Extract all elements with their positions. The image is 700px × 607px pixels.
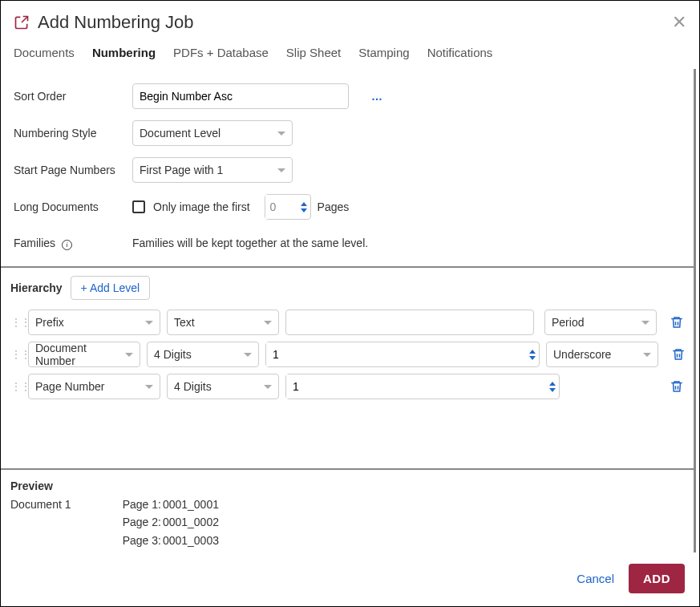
chevron-down-icon xyxy=(641,321,649,325)
hierarchy-value-input[interactable] xyxy=(285,310,534,335)
label-families: Families i xyxy=(14,237,132,250)
label-start-page-numbers: Start Page Numbers xyxy=(14,164,132,176)
tab-pdfs-database[interactable]: PDFs + Database xyxy=(173,46,269,59)
chevron-down-icon xyxy=(125,353,133,357)
hierarchy-type-value: 4 Digits xyxy=(154,348,192,361)
long-documents-pages-stepper[interactable] xyxy=(265,194,311,220)
long-documents-checkbox-label: Only image the first xyxy=(153,200,250,213)
spin-down-icon[interactable] xyxy=(549,388,556,392)
hierarchy-value-stepper[interactable] xyxy=(265,342,540,367)
hierarchy-type-select[interactable]: 4 Digits xyxy=(167,374,279,399)
add-level-button[interactable]: + Add Level xyxy=(71,276,151,300)
numbering-style-value: Document Level xyxy=(140,127,221,140)
long-documents-suffix: Pages xyxy=(318,200,350,213)
label-sort-order: Sort Order xyxy=(14,90,132,103)
trash-icon[interactable] xyxy=(671,347,686,362)
hierarchy-name-value: Page Number xyxy=(35,380,104,393)
hierarchy-type-value: Text xyxy=(174,316,195,329)
share-icon xyxy=(14,14,30,30)
preview-page-value: 0001_0001 xyxy=(163,498,219,511)
preview-page-value: 0001_0003 xyxy=(163,534,219,547)
preview-page-label: Page 1: xyxy=(116,496,161,513)
chevron-down-icon xyxy=(643,353,651,357)
sort-order-more-icon[interactable]: … xyxy=(371,90,383,103)
start-page-numbers-value: First Page with 1 xyxy=(140,164,223,176)
hierarchy-type-select[interactable]: Text xyxy=(167,310,279,335)
chevron-down-icon xyxy=(264,321,272,325)
trash-icon[interactable] xyxy=(670,379,684,394)
tab-stamping[interactable]: Stamping xyxy=(358,46,409,59)
cancel-button[interactable]: Cancel xyxy=(577,572,614,585)
long-documents-checkbox[interactable] xyxy=(132,200,145,213)
hierarchy-name-select[interactable]: Page Number xyxy=(28,374,160,399)
families-text: Families will be kept together at the sa… xyxy=(132,237,368,249)
chevron-down-icon xyxy=(264,385,272,389)
row-numbering-style: Numbering Style Document Level xyxy=(14,120,681,146)
row-families: Families i Families will be kept togethe… xyxy=(14,231,681,255)
spin-up-icon[interactable] xyxy=(549,382,556,386)
hierarchy-name-select[interactable]: Prefix xyxy=(28,310,160,335)
hierarchy-name-value: Document Number xyxy=(35,342,119,367)
dialog-title: Add Numbering Job xyxy=(38,12,672,33)
hierarchy-section: Hierarchy + Add Level Prefix Text Period xyxy=(1,266,696,468)
tabs: Documents Numbering PDFs + Database Slip… xyxy=(1,41,699,69)
numbering-style-select[interactable]: Document Level xyxy=(132,120,293,146)
spin-down-icon[interactable] xyxy=(529,356,536,360)
row-sort-order: Sort Order … xyxy=(14,83,681,109)
trash-icon[interactable] xyxy=(670,315,684,330)
chevron-down-icon xyxy=(145,385,153,389)
drag-handle-icon[interactable] xyxy=(10,351,22,358)
preview-page-label: Page 3: xyxy=(116,532,161,549)
hierarchy-name-value: Prefix xyxy=(35,316,64,329)
hierarchy-suffix-value: Period xyxy=(552,316,584,329)
dialog-footer: Cancel ADD xyxy=(1,552,699,606)
row-start-page-numbers: Start Page Numbers First Page with 1 xyxy=(14,157,681,183)
add-button[interactable]: ADD xyxy=(629,564,685,593)
chevron-down-icon xyxy=(277,168,285,172)
hierarchy-suffix-select[interactable]: Period xyxy=(544,310,657,335)
row-long-documents: Long Documents Only image the first Page… xyxy=(14,194,681,220)
add-numbering-job-dialog: Add Numbering Job ✕ Documents Numbering … xyxy=(0,0,700,607)
form-area: Sort Order … Numbering Style Document Le… xyxy=(1,69,696,266)
spin-up-icon[interactable] xyxy=(301,202,307,206)
close-icon[interactable]: ✕ xyxy=(672,14,686,31)
preview-grid: Document 1 Page 1:0001_0001 Page 2:0001_… xyxy=(10,496,684,549)
label-families-text: Families xyxy=(14,237,55,249)
hierarchy-title: Hierarchy xyxy=(10,281,63,294)
preview-page-value: 0001_0002 xyxy=(163,516,219,528)
chevron-down-icon xyxy=(145,321,153,325)
hierarchy-type-select[interactable]: 4 Digits xyxy=(147,342,259,367)
preview-page-label: Page 2: xyxy=(116,513,161,531)
dialog-header: Add Numbering Job ✕ xyxy=(1,1,699,41)
long-documents-pages-input[interactable] xyxy=(265,195,297,219)
hierarchy-header: Hierarchy + Add Level xyxy=(10,276,684,300)
preview-title: Preview xyxy=(10,480,684,492)
drag-handle-icon[interactable] xyxy=(10,383,22,390)
hierarchy-value-stepper[interactable] xyxy=(285,374,560,399)
hierarchy-name-select[interactable]: Document Number xyxy=(28,342,140,367)
tab-slip-sheet[interactable]: Slip Sheet xyxy=(286,46,341,59)
hierarchy-suffix-select[interactable]: Underscore xyxy=(546,342,658,367)
hierarchy-row: Prefix Text Period xyxy=(10,310,684,335)
hierarchy-value-input[interactable] xyxy=(286,374,546,399)
spin-down-icon[interactable] xyxy=(301,208,307,212)
sort-order-input[interactable] xyxy=(132,83,349,109)
drag-handle-icon[interactable] xyxy=(10,319,22,326)
spin-up-icon[interactable] xyxy=(529,350,536,354)
preview-section: Preview Document 1 Page 1:0001_0001 Page… xyxy=(1,468,696,552)
hierarchy-row: Page Number 4 Digits xyxy=(10,374,684,399)
label-numbering-style: Numbering Style xyxy=(14,127,132,140)
label-long-documents: Long Documents xyxy=(14,200,132,213)
chevron-down-icon xyxy=(244,353,252,357)
info-icon[interactable]: i xyxy=(62,240,72,250)
hierarchy-type-value: 4 Digits xyxy=(174,380,212,393)
tab-documents[interactable]: Documents xyxy=(14,46,75,59)
hierarchy-row: Document Number 4 Digits Underscore xyxy=(10,342,684,367)
tab-numbering[interactable]: Numbering xyxy=(92,46,156,59)
chevron-down-icon xyxy=(277,132,285,136)
tab-notifications[interactable]: Notifications xyxy=(427,46,493,59)
start-page-numbers-select[interactable]: First Page with 1 xyxy=(132,157,293,183)
hierarchy-value-input[interactable] xyxy=(266,342,526,366)
preview-doc-label: Document 1 xyxy=(10,496,113,513)
hierarchy-suffix-value: Underscore xyxy=(553,348,611,361)
